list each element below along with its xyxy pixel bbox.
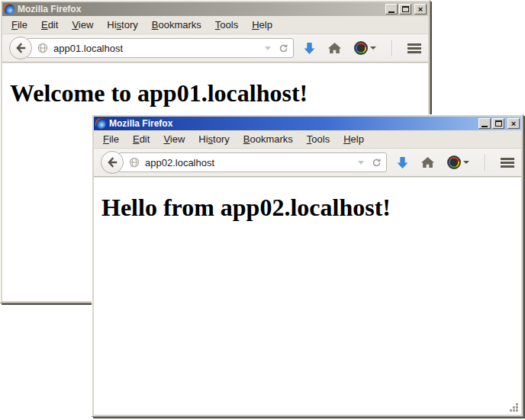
minimize-icon	[388, 11, 395, 13]
firefox-logo-icon	[95, 118, 106, 129]
back-arrow-icon	[106, 156, 118, 168]
chevron-down-icon[interactable]	[265, 46, 271, 50]
chevron-down-icon[interactable]	[358, 161, 364, 165]
page-heading: Welcome to app01.localhost!	[10, 79, 428, 107]
chevron-down-icon	[370, 46, 376, 50]
url-bar[interactable]: app02.localhost	[118, 152, 387, 172]
menu-help[interactable]: Help	[245, 18, 279, 32]
hamburger-menu-icon[interactable]	[407, 43, 421, 53]
menu-bar: File Edit View History Bookmarks Tools H…	[2, 16, 428, 34]
menu-bookmarks[interactable]: Bookmarks	[237, 132, 300, 146]
search-engine-button[interactable]	[447, 155, 469, 169]
menu-history[interactable]: History	[192, 132, 236, 146]
home-icon[interactable]	[421, 157, 434, 168]
toolbar-separator	[391, 40, 392, 56]
maximize-icon	[402, 6, 409, 12]
titlebar: Mozilla Firefox ×	[94, 117, 521, 130]
url-input[interactable]: app01.localhost	[53, 43, 265, 54]
download-arrow-icon[interactable]	[397, 156, 408, 169]
menu-help[interactable]: Help	[337, 132, 371, 146]
close-icon: ×	[511, 120, 516, 127]
globe-icon	[129, 157, 140, 168]
menu-tools[interactable]: Tools	[300, 132, 337, 146]
reload-icon[interactable]	[372, 158, 382, 168]
back-button[interactable]	[101, 151, 124, 174]
url-bar[interactable]: app01.localhost	[27, 38, 294, 58]
chevron-down-icon	[463, 161, 469, 164]
navigation-toolbar: app01.localhost	[2, 34, 428, 63]
minimize-icon	[482, 126, 488, 127]
resize-grip-icon[interactable]	[510, 403, 519, 412]
menu-edit[interactable]: Edit	[34, 18, 65, 32]
page-content: Hello from app02.localhost!	[94, 177, 521, 415]
hamburger-menu-icon[interactable]	[501, 158, 514, 168]
menu-tools[interactable]: Tools	[208, 18, 245, 32]
toolbar-buttons	[397, 154, 514, 171]
menu-view[interactable]: View	[156, 132, 192, 146]
download-arrow-icon[interactable]	[304, 42, 315, 55]
menu-file[interactable]: File	[96, 132, 126, 146]
browser-window-app02: Mozilla Firefox × File Edit View History…	[92, 114, 523, 417]
maximize-button[interactable]	[399, 4, 411, 14]
maximize-button[interactable]	[492, 118, 504, 129]
url-input[interactable]: app02.localhost	[145, 157, 358, 168]
firefox-logo-icon	[4, 4, 14, 14]
page-heading: Hello from app02.localhost!	[101, 194, 521, 222]
globe-icon	[37, 43, 48, 53]
back-arrow-icon	[14, 42, 27, 54]
menu-bookmarks[interactable]: Bookmarks	[145, 18, 208, 32]
navigation-toolbar: app02.localhost	[94, 148, 521, 177]
maximize-icon	[495, 120, 502, 127]
search-engine-button[interactable]	[354, 41, 376, 55]
titlebar: Mozilla Firefox ×	[2, 2, 428, 16]
minimize-button[interactable]	[385, 4, 398, 14]
toolbar-separator	[485, 154, 485, 171]
menu-file[interactable]: File	[5, 18, 34, 32]
search-engine-icon	[447, 155, 461, 169]
toolbar-buttons	[304, 40, 421, 56]
close-button[interactable]: ×	[414, 4, 427, 14]
window-title: Mozilla Firefox	[18, 4, 385, 14]
window-title: Mozilla Firefox	[109, 118, 478, 129]
home-icon[interactable]	[328, 43, 341, 54]
menu-edit[interactable]: Edit	[126, 132, 156, 146]
menu-history[interactable]: History	[100, 18, 144, 32]
menu-view[interactable]: View	[65, 18, 100, 32]
menu-bar: File Edit View History Bookmarks Tools H…	[94, 130, 521, 148]
minimize-button[interactable]	[478, 118, 491, 129]
close-icon: ×	[418, 5, 423, 13]
search-engine-icon	[354, 41, 368, 55]
close-button[interactable]: ×	[507, 118, 520, 129]
reload-icon[interactable]	[279, 43, 288, 53]
back-button[interactable]	[9, 37, 32, 59]
